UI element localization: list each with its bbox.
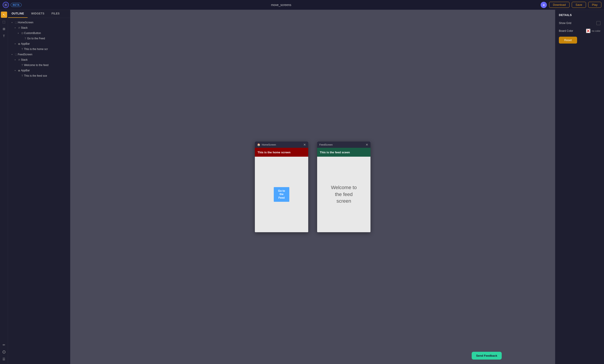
svg-point-2 (4, 352, 4, 352)
tree-label: This is the home scr (24, 48, 48, 51)
tree-feedscreen[interactable]: ▾ ⬚ FeedScreen (8, 52, 70, 57)
show-grid-checkbox[interactable] (596, 21, 600, 25)
chat-tool[interactable] (1, 349, 7, 355)
color-swatch[interactable] (586, 29, 591, 33)
text-tool[interactable]: T (1, 33, 7, 39)
tree-feed-text[interactable]: T This is the feed sce (8, 73, 70, 78)
tree-label: CustomButton (24, 32, 41, 35)
tree-label: AppBar (21, 42, 30, 45)
homescreen-appbar: This is the home screen (255, 148, 308, 157)
home-icon: 🏠 (257, 143, 260, 146)
board-color-box: no color (586, 29, 600, 33)
right-panel: DETAILS Show Grid Board Color no color R… (555, 10, 604, 364)
homescreen-title-text: HomeScreen (262, 143, 276, 146)
tree-stack-1[interactable]: ▾ # Stack (8, 25, 70, 30)
tree-custombutton[interactable]: ▾ ⊡ CustomButton (8, 30, 70, 36)
pencil-tool[interactable]: ✏ (1, 342, 7, 348)
layout-tool[interactable]: ⊞ (1, 26, 7, 32)
homescreen-close-icon[interactable]: ✕ (303, 143, 306, 146)
homescreen-body: Go to the Feed (255, 157, 308, 232)
tree-homescreen[interactable]: ▾ ⬚ HomeScreen (8, 20, 70, 25)
feedscreen-mockup: FeedScreen ✕ This is the feed sceen Welc… (317, 142, 370, 232)
feedscreen-body: Welcome to the feed screen (317, 157, 370, 232)
feedscreen-appbar: This is the feed sceen (317, 148, 370, 157)
screens-container: 🏠 HomeScreen ✕ This is the home screen G… (246, 133, 379, 241)
svg-point-1 (3, 352, 4, 352)
topbar-right: a Download Save Play (541, 2, 601, 8)
tree-label: FeedScreen (18, 53, 32, 56)
tree-goto-feed[interactable]: T Go to the Feed (8, 36, 70, 41)
download-button[interactable]: Download (549, 2, 569, 8)
project-name: move_screens (271, 3, 291, 7)
feedscreen-close-icon[interactable]: ✕ (365, 143, 368, 146)
tree-label: Stack (21, 26, 27, 29)
feedscreen-appbar-text: This is the feed sceen (320, 151, 350, 154)
stack-icon: # (17, 59, 21, 61)
tree-label: Stack (21, 58, 27, 61)
appbar-icon: ◉ (17, 42, 21, 45)
stack-icon: # (17, 26, 21, 29)
board-color-label: Board Color (559, 29, 573, 32)
widget-icon: ⊡ (20, 32, 24, 35)
reset-button[interactable]: Reset (559, 37, 577, 44)
tree-label: This is the feed sce (24, 74, 47, 77)
sidebar: OUTLINE WIDGETS FILES ▾ ⬚ HomeScreen ▾ #… (8, 10, 70, 364)
topbar-left: n BETA (3, 2, 22, 8)
show-grid-label: Show Grid (559, 22, 571, 25)
feed-welcome-text: Welcome to the feed screen (327, 180, 361, 209)
outline-tree: ▾ ⬚ HomeScreen ▾ # Stack ▾ ⊡ CustomButto… (8, 18, 70, 364)
feedscreen-title-left: FeedScreen (319, 143, 333, 146)
tree-arrow: ▾ (15, 59, 17, 61)
details-title: DETAILS (559, 13, 600, 17)
appbar-icon: ◉ (17, 69, 21, 72)
tree-label: HomeScreen (18, 21, 33, 24)
text-icon: T (20, 64, 24, 66)
tree-appbar-2[interactable]: ▾ ◉ AppBar (8, 68, 70, 73)
no-color-text: no color (592, 30, 600, 32)
frame-icon: ⬚ (14, 53, 18, 56)
tab-widgets[interactable]: WIDGETS (27, 10, 48, 18)
frame-tool[interactable]: ⬚ (1, 19, 7, 25)
tree-arrow: ▾ (12, 22, 14, 24)
homescreen-titlebar: 🏠 HomeScreen ✕ (255, 142, 308, 148)
tree-welcome-text[interactable]: T Welcome to the feed (8, 62, 70, 68)
homescreen-appbar-text: This is the home screen (258, 151, 290, 154)
tree-label: AppBar (21, 69, 30, 72)
tree-stack-2[interactable]: ▾ # Stack (8, 57, 70, 62)
feedscreen-titlebar: FeedScreen ✕ (317, 142, 370, 148)
frame-icon: ⬚ (14, 21, 18, 24)
homescreen-mockup: 🏠 HomeScreen ✕ This is the home screen G… (255, 142, 308, 232)
tree-arrow: ▾ (15, 43, 17, 45)
svg-point-3 (4, 352, 5, 352)
play-button[interactable]: Play (588, 2, 601, 8)
tree-label: Go to the Feed (27, 37, 45, 40)
text-icon: T (20, 48, 24, 50)
text-icon: T (24, 37, 27, 40)
left-toolbar: ↖ ⬚ ⊞ T ✏ ☰ (0, 10, 8, 364)
tab-outline[interactable]: OUTLINE (8, 10, 27, 18)
tree-arrow: ▾ (15, 27, 17, 29)
main-layout: ↖ ⬚ ⊞ T ✏ ☰ OUTLINE WIDGETS FILES ▾ ⬚ Ho… (0, 10, 604, 364)
sidebar-tabs: OUTLINE WIDGETS FILES (8, 10, 70, 18)
text-icon: T (20, 74, 24, 77)
send-feedback-button[interactable]: Send Feedback (472, 352, 502, 360)
no-color-icon (586, 29, 590, 33)
goto-feed-button[interactable]: Go to the Feed (274, 187, 289, 202)
logo: n (3, 2, 9, 8)
beta-badge: BETA (11, 3, 22, 7)
tab-files[interactable]: FILES (48, 10, 63, 18)
tree-home-text[interactable]: T This is the home scr (8, 47, 70, 52)
avatar: a (541, 2, 547, 8)
menu-tool[interactable]: ☰ (1, 356, 7, 362)
tree-label: Welcome to the feed (24, 63, 49, 67)
show-grid-row: Show Grid (559, 21, 600, 25)
cursor-tool[interactable]: ↖ (1, 12, 7, 18)
tree-arrow: ▾ (12, 54, 14, 56)
topbar: n BETA move_screens a Download Save Play (0, 0, 604, 10)
tree-appbar-1[interactable]: ▾ ◉ AppBar (8, 41, 70, 47)
feedscreen-title-text: FeedScreen (319, 143, 333, 146)
save-button[interactable]: Save (572, 2, 586, 8)
tree-arrow: ▾ (18, 32, 20, 34)
canvas: 🏠 HomeScreen ✕ This is the home screen G… (70, 10, 555, 364)
tree-arrow: ▾ (15, 70, 17, 72)
